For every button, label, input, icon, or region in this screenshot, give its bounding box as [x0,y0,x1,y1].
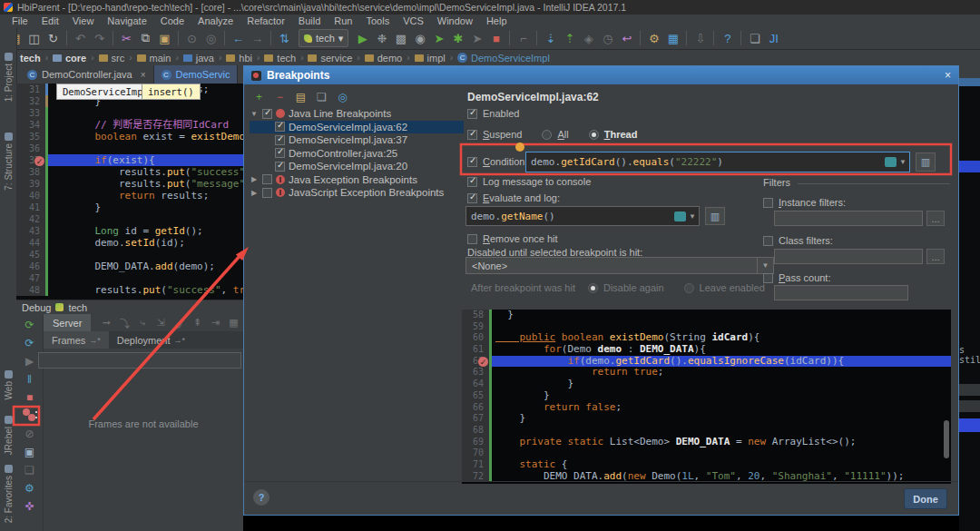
disable-again-radio[interactable] [588,283,598,293]
breakpoint-icon[interactable]: ✓ [34,156,44,166]
breadcrumb-item-main[interactable]: main [137,53,172,64]
sort-icon[interactable]: ⇅ [275,30,294,47]
class-filters-more-button[interactable]: ... [926,249,945,264]
breadcrumb-item-java[interactable]: java [183,53,214,64]
dialog-title-bar[interactable]: Breakpoints × [244,66,958,84]
tool-window-button-web[interactable]: Web [0,370,16,399]
forward-icon[interactable]: → [248,30,267,47]
instance-filters-input[interactable] [774,211,923,226]
tree-item-demoserviceimpl-java-20[interactable]: DemoServiceImpl.java:20 [250,160,464,173]
bootstrap-icon[interactable]: ⌐ [514,30,533,47]
insert-value-icon[interactable] [885,157,897,167]
condition-checkbox[interactable] [467,157,477,167]
tool-window-button-jrebel[interactable]: JRebel [0,416,16,455]
editor-tab-democontroller-java[interactable]: CDemoController.java× [20,65,154,84]
force-step-into-icon[interactable]: ⇲ [152,314,169,331]
tree-group-javascript-exception-breakpoints[interactable]: ▶JavaScript Exception Breakpoints [250,186,464,200]
coverage-icon[interactable]: ▩ [391,30,410,47]
run-icon[interactable]: ▶ [353,30,372,47]
disabled-until-dropdown[interactable]: <None> ▼ [466,257,774,274]
close-icon[interactable]: × [945,69,951,82]
menu-vcs[interactable]: VCS [397,15,430,27]
tab-deployment[interactable]: Deployment→* [109,331,193,349]
find-icon[interactable]: ⊙ [182,30,201,47]
profiler-icon[interactable]: ➤ [467,30,486,47]
show-execution-point-icon[interactable]: ➞ [98,314,114,331]
sync-icon[interactable]: ↻ [44,30,63,47]
expand-evaluate-button[interactable]: ▥ [705,207,725,225]
instance-filters-more-button[interactable]: ... [926,211,945,226]
help-icon[interactable]: ? [718,30,737,47]
replace-icon[interactable]: ◎ [201,30,220,47]
restore-layout-icon[interactable]: ❏ [23,463,37,477]
menu-analyze[interactable]: Analyze [191,15,240,27]
pause-icon[interactable]: ‖ [23,372,37,386]
frames-dropdown[interactable] [38,352,241,369]
jrebel-debug-icon[interactable]: ✱ [448,30,467,47]
project-structure-icon[interactable]: ▦ [663,30,682,47]
group-by-class-icon[interactable]: ❏ [314,89,329,104]
enabled-checkbox[interactable] [467,109,477,119]
group-by-file-icon[interactable]: ▤ [293,89,309,104]
undo-icon[interactable]: ↶ [71,30,90,47]
tool-window-button-project[interactable]: 1: Project [0,53,16,102]
settings-icon[interactable]: ⚙ [644,30,663,47]
breakpoint-icon[interactable]: ✓ [478,357,488,367]
save-icon[interactable]: ◫ [24,30,44,47]
tool-window-button-structure[interactable]: 7: Structure [0,133,16,191]
pin-icon[interactable]: ✜ [23,499,37,513]
evaluate-input[interactable]: demo.getName() ▼ [466,206,700,226]
resume-icon[interactable]: ▶ [23,354,37,368]
breadcrumb-item-demoserviceimpl[interactable]: CDemoServiceImpl [457,53,550,64]
breadcrumb-item-core[interactable]: core [53,53,86,64]
breadcrumb-item-impl[interactable]: impl [415,53,446,64]
breadcrumb-item-hbi[interactable]: hbi [226,53,252,64]
cut-icon[interactable]: ✂ [117,30,136,47]
class-filters-input[interactable] [774,249,923,264]
leave-enabled-radio[interactable] [684,283,694,293]
stop-icon[interactable]: ■ [23,390,37,404]
remove-once-checkbox[interactable] [467,234,477,244]
menu-run[interactable]: Run [328,15,358,27]
redo-icon[interactable]: ↷ [90,30,109,47]
close-icon[interactable]: × [141,70,146,80]
chevron-down-icon[interactable]: ▼ [897,158,909,166]
pass-count-checkbox[interactable] [763,273,773,283]
breadcrumb-item-demo[interactable]: demo [365,53,403,64]
add-breakpoint-icon[interactable]: + [251,89,267,104]
menu-window[interactable]: Window [431,15,479,27]
menu-edit[interactable]: Edit [35,15,65,27]
step-into-icon[interactable]: ⤷ [134,314,151,331]
breadcrumb-item-tech[interactable]: tech [264,53,296,64]
vcs-update-icon[interactable]: ⇣ [541,30,560,47]
menu-navigate[interactable]: Navigate [101,15,152,27]
drop-frame-icon[interactable]: ⇞ [189,314,205,331]
breakpoint-code-preview[interactable]: 58 }5960 public boolean existDemo(String… [462,310,951,484]
update-app-icon[interactable]: ⟳ [23,336,37,349]
chevron-down-icon[interactable]: ▼ [686,212,699,221]
tab-frames[interactable]: Frames→* [44,331,109,349]
log-message-checkbox[interactable] [467,177,477,187]
done-button[interactable]: Done [904,488,947,509]
menu-tools[interactable]: Tools [359,15,396,27]
mute-breakpoints-button[interactable] [23,408,37,422]
tree-item-democontroller-java-25[interactable]: DemoController.java:25 [250,147,464,161]
suspend-thread-radio[interactable] [589,130,599,140]
menu-code[interactable]: Code [154,15,191,27]
run-to-cursor-icon[interactable]: ⇥ [207,314,223,331]
stop-icon[interactable]: ■ [486,30,505,47]
chevron-down-icon[interactable]: ▼ [757,258,773,273]
tree-group-java-exception-breakpoints[interactable]: ▶Java Exception Breakpoints [250,173,464,187]
suspend-all-radio[interactable] [542,130,552,140]
thread-dump-icon[interactable]: ⊘ [23,427,37,440]
suspend-checkbox[interactable] [467,130,477,140]
breadcrumb-item-src[interactable]: src [99,53,125,64]
step-over-icon[interactable]: ⤵ [116,314,132,331]
jrebel-panel-icon[interactable]: JI [764,30,783,47]
lock-icon[interactable]: ◈ [579,30,598,47]
vcs-commit-icon[interactable]: ⇡ [560,30,579,47]
jrebel-run-icon[interactable]: ➤ [429,30,448,47]
run-config-selector[interactable]: tech▾ [299,29,348,47]
help-button[interactable]: ? [253,489,270,506]
class-filters-checkbox[interactable] [763,236,773,246]
